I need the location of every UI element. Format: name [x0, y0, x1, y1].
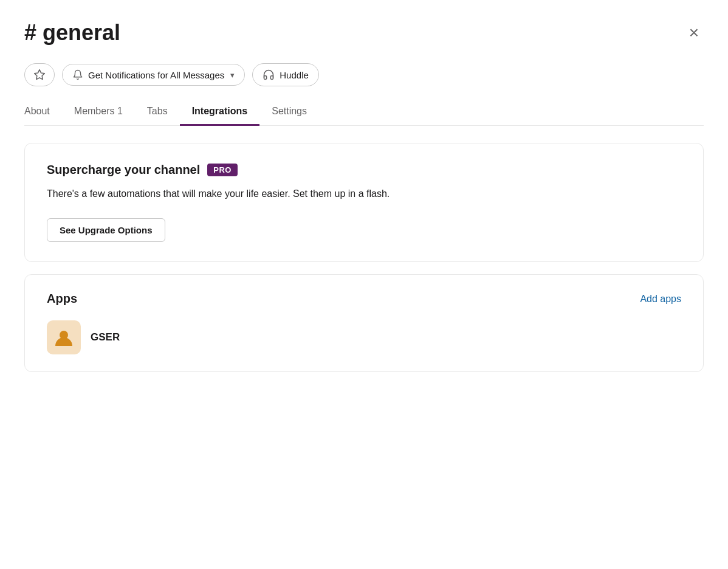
headphones-icon: [263, 69, 275, 81]
avatar: [47, 320, 81, 354]
tabs-nav: About Members 1 Tabs Integrations Settin…: [24, 98, 704, 126]
apps-title: Apps: [47, 292, 77, 306]
huddle-button[interactable]: Huddle: [252, 63, 319, 86]
tab-settings[interactable]: Settings: [259, 98, 319, 126]
tab-integrations[interactable]: Integrations: [180, 98, 260, 126]
svg-marker-0: [35, 70, 45, 80]
modal-container: # general × Get Notifications for All Me…: [0, 0, 728, 569]
close-button[interactable]: ×: [684, 19, 704, 46]
tab-members[interactable]: Members 1: [62, 98, 135, 126]
chevron-down-icon: ▾: [230, 71, 235, 80]
star-button[interactable]: [24, 63, 55, 86]
close-icon: ×: [689, 24, 699, 41]
tab-about[interactable]: About: [24, 98, 62, 126]
add-apps-button[interactable]: Add apps: [640, 294, 681, 305]
upgrade-card: Supercharge your channel PRO There's a f…: [24, 143, 704, 262]
toolbar: Get Notifications for All Messages ▾ Hud…: [24, 63, 704, 86]
star-icon: [33, 69, 46, 81]
page-title: # general: [24, 20, 120, 46]
upgrade-card-description: There's a few automations that will make…: [47, 187, 681, 201]
header: # general ×: [24, 19, 704, 46]
upgrade-card-title: Supercharge your channel: [47, 163, 200, 177]
main-content: Supercharge your channel PRO There's a f…: [24, 126, 704, 389]
tab-tabs[interactable]: Tabs: [135, 98, 180, 126]
pro-badge: PRO: [207, 164, 238, 176]
see-upgrade-options-button[interactable]: See Upgrade Options: [47, 218, 165, 242]
apps-header: Apps Add apps: [47, 292, 681, 306]
upgrade-card-title-row: Supercharge your channel PRO: [47, 163, 681, 177]
app-name: GSER: [91, 331, 120, 343]
notifications-button[interactable]: Get Notifications for All Messages ▾: [62, 64, 245, 86]
app-item: GSER: [47, 320, 681, 354]
apps-card: Apps Add apps GSER: [24, 274, 704, 372]
huddle-label: Huddle: [280, 70, 309, 80]
bell-icon: [72, 69, 83, 80]
notifications-label: Get Notifications for All Messages: [88, 70, 224, 80]
